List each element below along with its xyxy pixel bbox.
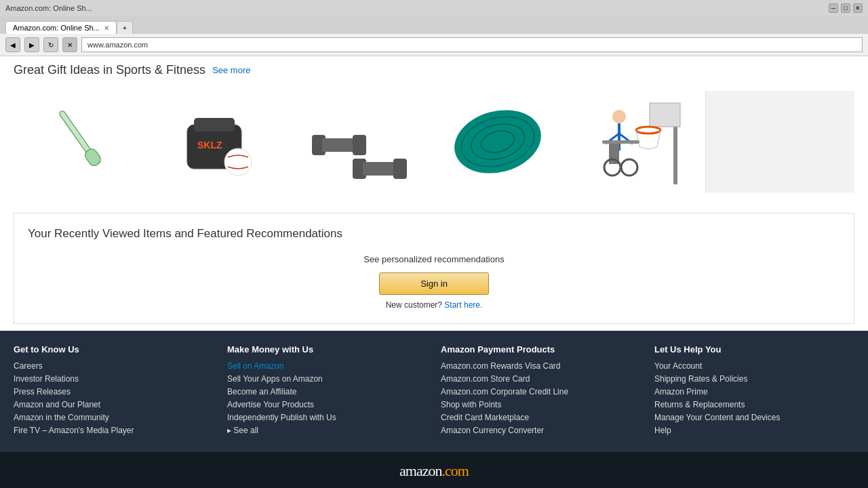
footer-link-amazon-community[interactable]: Amazon in the Community (14, 413, 214, 422)
footer-link-become-affiliate[interactable]: Become an Affiliate (227, 387, 427, 396)
svg-rect-23 (602, 140, 639, 144)
back-button[interactable]: ◀ (5, 37, 20, 52)
svg-text:SKLZ: SKLZ (197, 140, 222, 150)
product-basketball-hoop[interactable] (567, 94, 705, 189)
footer-link-shipping-rates[interactable]: Shipping Rates & Policies (654, 374, 854, 384)
browser-toolbar: ◀ ▶ ↻ ✕ www.amazon.com (0, 34, 868, 56)
browser-chrome: Amazon.com: Online Sh... ─ □ ✕ Amazon.co… (0, 0, 868, 56)
footer-link-see-all-make-money[interactable]: ▸ See all (227, 426, 427, 435)
footer-link-shop-with-points[interactable]: Shop with Points (441, 400, 641, 409)
svg-rect-8 (353, 135, 366, 155)
recommendations-subtitle: See personalized recommendations (28, 254, 840, 264)
svg-rect-7 (322, 138, 356, 152)
footer-link-manage-content[interactable]: Manage Your Content and Devices (654, 413, 854, 422)
footer-col-title-0: Get to Know Us (14, 344, 214, 354)
footer-link-credit-card-marketplace[interactable]: Credit Card Marketplace (441, 413, 641, 422)
footer-link-sell-on-amazon[interactable]: Sell on Amazon (227, 361, 427, 371)
svg-rect-10 (363, 162, 397, 176)
tab-bar: Amazon.com: Online Sh... ✕ + (0, 16, 868, 34)
amazon-logo-footer[interactable]: amazon.com (10, 462, 858, 480)
signin-button[interactable]: Sign in (379, 272, 489, 295)
footer-link-amazon-prime[interactable]: Amazon Prime (654, 387, 854, 396)
forward-button[interactable]: ▶ (24, 37, 39, 52)
maximize-button[interactable]: □ (841, 3, 850, 13)
footer-col-payment-products: Amazon Payment Products Amazon.com Rewar… (441, 344, 641, 439)
see-more-link[interactable]: See more (212, 65, 250, 75)
hero-title: Great Gift Ideas in Sports & Fitness (14, 63, 205, 77)
window-title: Amazon.com: Online Sh... (5, 4, 92, 12)
footer-link-currency-converter[interactable]: Amazon Currency Converter (441, 426, 641, 435)
footer-link-press-releases[interactable]: Press Releases (14, 387, 214, 396)
products-row: SKLZ (14, 84, 854, 199)
footer-link-rewards-visa[interactable]: Amazon.com Rewards Visa Card (441, 361, 641, 371)
footer-link-fire-tv[interactable]: Fire TV – Amazon's Media Player (14, 426, 214, 435)
svg-point-27 (621, 159, 637, 176)
svg-rect-11 (393, 159, 407, 179)
page-content: Great Gift Ideas in Sports & Fitness See… (0, 56, 868, 488)
footer-link-help[interactable]: Help (654, 426, 854, 435)
product-dumbbells[interactable] (290, 94, 429, 189)
tab-close-icon[interactable]: ✕ (104, 24, 109, 32)
footer-link-independently-publish[interactable]: Independently Publish with Us (227, 413, 427, 422)
footer-link-corporate-credit[interactable]: Amazon.com Corporate Credit Line (441, 387, 641, 396)
amazon-logo-dot: .com (442, 462, 469, 479)
footer-col-title-3: Let Us Help You (654, 344, 854, 354)
footer-col-let-us-help: Let Us Help You Your Account Shipping Ra… (654, 344, 854, 439)
footer-link-your-account[interactable]: Your Account (654, 361, 854, 371)
tab-label: Amazon.com: Online Sh... (13, 24, 100, 32)
browser-titlebar: Amazon.com: Online Sh... ─ □ ✕ (0, 0, 868, 16)
minimize-button[interactable]: ─ (829, 3, 838, 13)
footer-link-sell-apps[interactable]: Sell Your Apps on Amazon (227, 374, 427, 384)
footer-link-careers[interactable]: Careers (14, 361, 214, 371)
close-window-button[interactable]: ✕ (853, 3, 863, 13)
refresh-button[interactable]: ↻ (43, 37, 58, 52)
footer-link-amazon-planet[interactable]: Amazon and Our Planet (14, 400, 214, 409)
url-text: www.amazon.com (87, 41, 148, 49)
product-yoga-mat[interactable] (429, 94, 567, 189)
new-tab-button[interactable]: + (117, 21, 133, 34)
hero-header: Great Gift Ideas in Sports & Fitness See… (14, 63, 854, 77)
footer-col-get-to-know-us: Get to Know Us Careers Investor Relation… (14, 344, 214, 439)
footer-link-returns[interactable]: Returns & Replacements (654, 400, 854, 409)
svg-rect-3 (194, 118, 235, 131)
hero-section: Great Gift Ideas in Sports & Fitness See… (0, 56, 868, 206)
amazon-logo-text: amazon (399, 462, 441, 479)
active-tab[interactable]: Amazon.com: Online Sh... ✕ (5, 21, 117, 34)
product-sports-bag[interactable]: SKLZ (152, 94, 290, 189)
start-here-link[interactable]: Start here. (444, 300, 482, 310)
address-bar[interactable]: www.amazon.com (81, 37, 863, 52)
svg-point-5 (224, 148, 252, 176)
window-controls: ─ □ ✕ (829, 3, 863, 13)
footer-col-title-1: Make Money with Us (227, 344, 427, 354)
svg-rect-17 (650, 103, 680, 127)
footer-link-investor-relations[interactable]: Investor Relations (14, 374, 214, 384)
footer-col-make-money: Make Money with Us Sell on Amazon Sell Y… (227, 344, 427, 439)
product-baseball-bat[interactable] (14, 94, 152, 189)
footer-logo-section: amazon.com Australia Brazil Canada China… (0, 452, 868, 488)
recommendations-title: Your Recently Viewed Items and Featured … (28, 227, 840, 241)
svg-point-18 (636, 127, 660, 134)
new-customer-text: New customer? Start here. (28, 300, 840, 310)
footer-links-section: Get to Know Us Careers Investor Relation… (0, 331, 868, 452)
footer-col-title-2: Amazon Payment Products (441, 344, 641, 354)
svg-point-19 (612, 110, 626, 123)
footer-link-advertise[interactable]: Advertise Your Products (227, 400, 427, 409)
recommendations-section: Your Recently Viewed Items and Featured … (14, 213, 854, 324)
stop-button[interactable]: ✕ (62, 37, 77, 52)
hero-right-overlay (705, 91, 854, 192)
footer-link-store-card[interactable]: Amazon.com Store Card (441, 374, 641, 384)
